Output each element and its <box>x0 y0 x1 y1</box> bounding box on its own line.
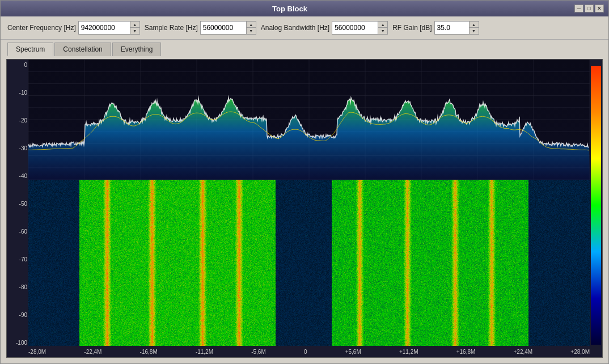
analog-bw-input[interactable] <box>332 22 378 34</box>
y-label-80: -80 <box>8 284 27 290</box>
window-title: Top Block <box>5 5 574 13</box>
x-label-p112: +11,2M <box>399 349 418 355</box>
center-freq-group: Center Frequency [Hz] ▲ ▼ <box>7 21 140 35</box>
tab-everything[interactable]: Everything <box>112 43 162 56</box>
x-label-n28: -28,0M <box>28 349 46 355</box>
window-controls: ─ □ ✕ <box>574 5 604 12</box>
y-label-0: 0 <box>8 62 27 68</box>
analog-bw-down-button[interactable]: ▼ <box>378 28 387 34</box>
main-window: Top Block ─ □ ✕ Center Frequency [Hz] ▲ … <box>0 0 609 364</box>
analog-bw-spinbox-buttons: ▲ ▼ <box>378 22 387 34</box>
x-axis: -28,0M -22,4M -16,8M -11,2M -5,6M 0 +5,6… <box>28 346 590 357</box>
tab-spectrum[interactable]: Spectrum <box>7 43 53 56</box>
sample-rate-group: Sample Rate [Hz] ▲ ▼ <box>145 21 256 35</box>
analog-bw-group: Analog Bandwidth [Hz] ▲ ▼ <box>261 21 388 35</box>
x-label-p56: +5,6M <box>345 349 361 355</box>
maximize-button[interactable]: □ <box>585 5 594 12</box>
center-freq-down-button[interactable]: ▼ <box>130 28 139 34</box>
y-label-50: -50 <box>8 201 27 207</box>
rf-gain-label: RF Gain [dB] <box>392 24 432 32</box>
x-label-p28: +28,0M <box>570 349 590 355</box>
spectrum-canvas <box>28 60 590 346</box>
y-label-10: -10 <box>8 90 27 96</box>
analog-bw-spinbox: ▲ ▼ <box>332 21 388 35</box>
spectrum-main: -28,0M -22,4M -16,8M -11,2M -5,6M 0 +5,6… <box>28 60 590 357</box>
center-freq-spinbox: ▲ ▼ <box>78 21 140 35</box>
controls-bar: Center Frequency [Hz] ▲ ▼ Sample Rate [H… <box>1 16 608 40</box>
y-label-70: -70 <box>8 256 27 263</box>
analog-bw-label: Analog Bandwidth [Hz] <box>261 24 329 32</box>
sample-rate-spinbox: ▲ ▼ <box>200 21 256 35</box>
sample-rate-up-button[interactable]: ▲ <box>247 22 256 28</box>
tab-constellation[interactable]: Constellation <box>54 43 111 56</box>
x-label-p168: +16,8M <box>456 349 476 355</box>
y-label-60: -60 <box>8 228 27 235</box>
rf-gain-spinbox-buttons: ▲ ▼ <box>469 22 479 34</box>
x-label-n168: -16,8M <box>140 349 158 355</box>
close-button[interactable]: ✕ <box>595 5 604 12</box>
x-label-n112: -11,2M <box>196 349 213 355</box>
y-label-20: -20 <box>8 117 27 124</box>
y-label-30: -30 <box>8 145 27 151</box>
x-label-n224: -22,4M <box>84 349 102 355</box>
sample-rate-input[interactable] <box>201 22 246 34</box>
center-freq-spinbox-buttons: ▲ ▼ <box>130 22 139 34</box>
title-bar: Top Block ─ □ ✕ <box>1 1 608 16</box>
sample-rate-spinbox-buttons: ▲ ▼ <box>246 22 256 34</box>
minimize-button[interactable]: ─ <box>574 5 583 12</box>
tabs-bar: Spectrum Constellation Everything <box>1 40 608 56</box>
rf-gain-down-button[interactable]: ▼ <box>470 28 479 34</box>
analog-bw-up-button[interactable]: ▲ <box>378 22 387 28</box>
center-freq-up-button[interactable]: ▲ <box>130 22 139 28</box>
y-label-40: -40 <box>8 173 27 179</box>
y-axis: 0 -10 -20 -30 -40 -50 -60 -70 -80 -90 -1… <box>7 60 28 357</box>
y-label-100: -100 <box>8 340 27 346</box>
center-freq-input[interactable] <box>79 22 130 34</box>
rf-gain-up-button[interactable]: ▲ <box>470 22 479 28</box>
y-label-90: -90 <box>8 312 27 318</box>
rf-gain-spinbox: ▲ ▼ <box>434 21 479 35</box>
spectrum-container: 0 -10 -20 -30 -40 -50 -60 -70 -80 -90 -1… <box>6 59 603 358</box>
rf-gain-input[interactable] <box>435 22 469 34</box>
sample-rate-down-button[interactable]: ▼ <box>247 28 256 34</box>
rf-gain-group: RF Gain [dB] ▲ ▼ <box>392 21 479 35</box>
center-freq-label: Center Frequency [Hz] <box>7 24 76 32</box>
sample-rate-label: Sample Rate [Hz] <box>145 24 198 32</box>
x-label-0: 0 <box>304 349 307 355</box>
x-label-p224: +22,4M <box>514 349 533 355</box>
main-content: 0 -10 -20 -30 -40 -50 -60 -70 -80 -90 -1… <box>1 56 608 363</box>
x-label-n56: -5,6M <box>251 349 266 355</box>
colorbar <box>591 66 601 345</box>
